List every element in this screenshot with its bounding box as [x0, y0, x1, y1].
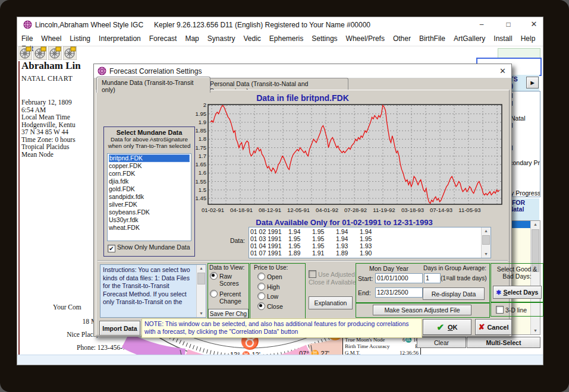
- days-group-input[interactable]: 1: [424, 273, 441, 283]
- svg-text:1.7: 1.7: [199, 153, 206, 159]
- svg-text:1.85: 1.85: [196, 127, 207, 134]
- mundane-file-item[interactable]: corn.FDK: [109, 170, 190, 178]
- tab-mundane-data[interactable]: Mundane Data (Transit-to-Transit only): [96, 77, 210, 93]
- clear-button[interactable]: Clear: [417, 337, 466, 348]
- app-icon: [23, 20, 32, 29]
- radio-price-open[interactable]: Open: [257, 272, 305, 282]
- mundane-file-item[interactable]: gold.FDK: [109, 185, 190, 193]
- redisplay-data-button[interactable]: Re-display Data: [423, 287, 485, 300]
- mundane-file-item[interactable]: djia.fdk: [109, 178, 190, 185]
- menu-item-file[interactable]: File: [17, 33, 37, 43]
- cancel-button[interactable]: ✘ Cancel: [475, 319, 512, 335]
- menu-item-synastry[interactable]: Synastry: [203, 33, 240, 43]
- x-icon: ✘: [479, 323, 485, 331]
- status-strip: [17, 355, 543, 365]
- use-adjusted-checkbox[interactable]: Use Adjusted Close if Available: [309, 270, 356, 286]
- radio-price-low[interactable]: Low: [257, 292, 305, 302]
- ok-button[interactable]: ✔ OK: [423, 319, 471, 335]
- dialog-title: Forecast Correlation Settings: [109, 67, 202, 75]
- select-days-button[interactable]: ✱ Select Days: [493, 286, 542, 299]
- charts-expand-button[interactable]: ▶: [526, 77, 539, 88]
- toolbar-wheel-icon-4[interactable]: [63, 46, 77, 60]
- toolbar-wheel-icon-2[interactable]: [33, 46, 47, 60]
- instructions-text: Instructions: You can select two kinds o…: [100, 265, 206, 308]
- data-list-scrollbar[interactable]: ▲ ▼: [481, 227, 491, 258]
- natal-detail-line: Time Zone: 0 hours: [21, 136, 93, 144]
- menu-item-listing[interactable]: Listing: [65, 33, 95, 43]
- menu-item-vedic[interactable]: Vedic: [239, 33, 265, 43]
- toolbar-wheel-icon-3[interactable]: [48, 46, 62, 60]
- svg-text:1.8: 1.8: [199, 135, 206, 142]
- data-to-view-group: Data to View: Raw Scores Percent Change …: [208, 263, 249, 319]
- svg-text:1.55: 1.55: [196, 178, 207, 185]
- mon-day-year-label: Mon Day Year: [369, 265, 408, 272]
- forecast-correlation-dialog: Forecast Correlation Settings ✕ Mundane …: [93, 64, 512, 337]
- dialog-close-icon[interactable]: ✕: [499, 67, 506, 75]
- asterisk-icon: ✱: [496, 289, 502, 296]
- checkbox-unchecked-icon: [496, 306, 504, 314]
- close-button[interactable]: ✕: [529, 20, 539, 29]
- mundane-file-item[interactable]: silver.FDK: [109, 201, 190, 208]
- select-panel-desc2: when only Tran-to-Tran selected: [104, 143, 194, 149]
- days-group-hint: (1=all trade days): [441, 275, 487, 282]
- mundane-file-list[interactable]: britpnd.FDKcopper.FDKcorn.FDKdjia.fdkgol…: [107, 153, 191, 241]
- radio-percent-change[interactable]: Percent Change: [208, 287, 249, 305]
- chart-title: Data in file britpnd.FDK: [96, 93, 509, 103]
- data-label: Data:: [210, 237, 245, 244]
- data-listbox[interactable]: 01 02 19911.941.951.941.9401 03 19911.95…: [249, 227, 491, 258]
- menu-item-interpretation[interactable]: Interpretation: [95, 33, 145, 43]
- start-date-input[interactable]: 01/01/1000: [375, 273, 423, 283]
- make-season-button[interactable]: Make Season Adjusted File: [373, 305, 471, 315]
- save-per-chg-button[interactable]: Save Per Chg: [208, 309, 249, 318]
- menu-item-birthfile[interactable]: BirthFile: [415, 33, 449, 43]
- explanation-button[interactable]: Explanation: [309, 296, 353, 309]
- radio-selected-icon: [210, 272, 218, 280]
- svg-text:1.65: 1.65: [196, 161, 207, 167]
- instructions-box[interactable]: Instructions: You can select two kinds o…: [100, 264, 206, 318]
- mundane-file-item[interactable]: copper.FDK: [109, 162, 190, 170]
- mundane-file-item[interactable]: soybeans.FDK: [109, 208, 190, 216]
- mundane-file-item[interactable]: Us30yr.fdk: [109, 216, 190, 224]
- radio-raw-scores[interactable]: Raw Scores: [208, 271, 249, 287]
- checkbox-disabled-icon: [309, 270, 316, 278]
- menu-item-artgallery[interactable]: ArtGallery: [449, 33, 489, 43]
- dialog-body: Data in file britpnd.FDK 21.951.91.851.8…: [96, 90, 510, 336]
- minimize-button[interactable]: –: [476, 20, 487, 29]
- menu-item-other[interactable]: Other: [389, 33, 415, 43]
- end-date-input[interactable]: 12/31/2500: [375, 287, 423, 298]
- import-data-button[interactable]: Import Data: [99, 321, 140, 336]
- radio-price-high[interactable]: High: [257, 282, 305, 292]
- menu-item-forecast[interactable]: Forecast: [145, 33, 181, 43]
- radio-price-close[interactable]: Close: [257, 302, 305, 312]
- price-chart: 21.951.91.851.81.751.71.651.61.551.51.45…: [190, 102, 508, 221]
- menu-item-map[interactable]: Map: [181, 33, 203, 43]
- natal-detail-line: 6:54 AM: [21, 106, 93, 114]
- multi-select-button[interactable]: Multi-Select: [467, 337, 540, 348]
- price-to-use-group: Price to Use: Open High Low Close: [250, 263, 306, 319]
- scroll-up-icon: ▲: [531, 222, 540, 227]
- menu-item-settings[interactable]: Settings: [307, 33, 341, 43]
- menu-item-ephemeris[interactable]: Ephemeris: [265, 33, 307, 43]
- toolbar-wheel-icon-1[interactable]: [18, 46, 32, 60]
- menu-item-wheel[interactable]: Wheel: [37, 33, 65, 43]
- menu-bar: FileWheelListingInterpretationForecastMa…: [17, 33, 543, 46]
- cancel-label: Cancel: [487, 324, 508, 331]
- mundane-file-item[interactable]: britpnd.FDK: [109, 154, 190, 162]
- menu-item-help[interactable]: Help: [517, 33, 540, 43]
- menu-item-install[interactable]: Install: [489, 33, 516, 43]
- good-bad-label-2: Bad Days:: [491, 273, 543, 280]
- svg-text:03-18-93: 03-18-93: [401, 207, 424, 213]
- show-mundane-checkbox[interactable]: ✔ Show Only Mundane Data: [108, 244, 190, 252]
- select-panel-desc1: Data for above AstroSignature: [104, 136, 194, 143]
- svg-text:01-02-91: 01-02-91: [202, 207, 224, 213]
- line3d-checkbox[interactable]: 3-D line: [491, 303, 543, 314]
- mundane-file-item[interactable]: sandpidx.fdk: [109, 193, 190, 201]
- menu-item-wheelprefs[interactable]: Wheel/Prefs: [342, 33, 389, 43]
- data-available-title: Data Available Only for 01-02-1991 to 12…: [180, 218, 509, 227]
- mundane-file-item[interactable]: wheat.FDK: [109, 224, 190, 232]
- good-bad-label-1: Select Good &: [491, 264, 543, 273]
- maximize-button[interactable]: □: [503, 20, 514, 29]
- instructions-scrollbar[interactable]: ▲ ▼: [196, 265, 206, 317]
- radio-icon: [257, 283, 265, 290]
- svg-text:11-19-92: 11-19-92: [373, 207, 395, 213]
